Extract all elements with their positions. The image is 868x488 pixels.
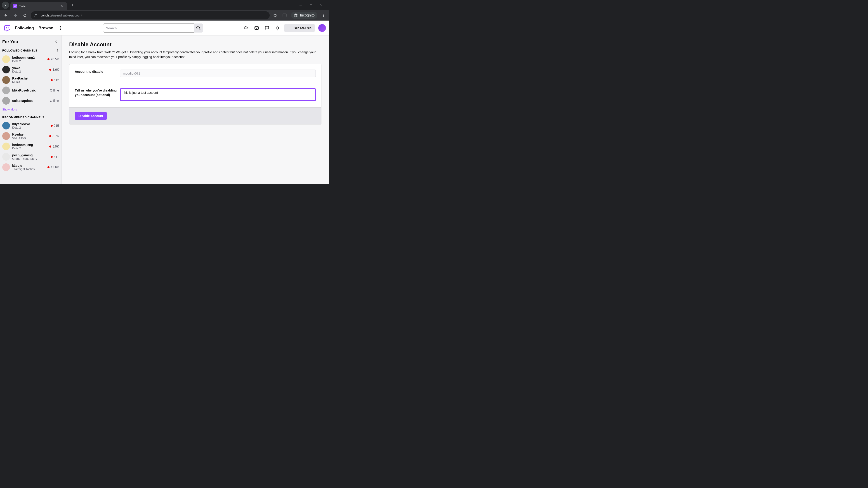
- channel-avatar: [2, 66, 10, 73]
- channel-item[interactable]: kuyanicwxc Dota 2 215: [2, 121, 59, 131]
- channel-avatar: [2, 132, 10, 140]
- browser-menu-button[interactable]: [320, 12, 327, 19]
- channel-viewers: 8.9K: [49, 144, 59, 148]
- get-ad-free-button[interactable]: Get Ad-Free: [284, 24, 315, 32]
- disable-form: Account to disable Tell us why you're di…: [69, 64, 321, 125]
- prime-icon[interactable]: [243, 25, 250, 31]
- channel-item[interactable]: betboom_eng Dota 2 8.9K: [2, 141, 59, 152]
- channel-item[interactable]: MikaRoseMusic Offline: [2, 85, 59, 96]
- reason-textarea[interactable]: [120, 88, 316, 101]
- channel-info: pech_gaming Grand Theft Auto V: [12, 153, 49, 160]
- channel-item[interactable]: solapsapdota Offline: [2, 96, 59, 106]
- channel-game: Dota 2: [12, 126, 49, 129]
- channel-avatar: [2, 163, 10, 171]
- address-bar[interactable]: twitch.tv/user/disable-account: [31, 11, 270, 20]
- channel-info: RayRachel Music: [12, 76, 49, 84]
- incognito-indicator[interactable]: Incognito: [291, 12, 317, 19]
- channel-viewers: 1.6K: [49, 68, 59, 71]
- site-info-button[interactable]: [34, 13, 38, 18]
- account-label: Account to disable: [75, 70, 120, 77]
- followed-channels-header: FOLLOWED CHANNELS: [2, 49, 37, 52]
- channel-info: kuyanicwxc Dota 2: [12, 122, 49, 129]
- incognito-icon: [293, 13, 298, 18]
- header-icons: Get Ad-Free: [243, 24, 326, 32]
- whispers-icon[interactable]: [264, 25, 270, 31]
- bookmark-button[interactable]: [272, 12, 278, 19]
- twitch-header: Following Browse Get Ad-Free: [0, 21, 329, 35]
- channel-info: yowe Dota 2: [12, 66, 47, 73]
- search-input[interactable]: [103, 24, 194, 33]
- reason-label: Tell us why you're disabling your accoun…: [75, 88, 120, 102]
- svg-rect-3: [283, 14, 286, 17]
- svg-rect-1: [310, 4, 312, 6]
- channel-game: Teamfight Tactics: [12, 167, 45, 171]
- twitch-logo[interactable]: [3, 24, 10, 32]
- channel-game: Music: [12, 80, 49, 84]
- twitch-app: Following Browse Get Ad-Free For You: [0, 21, 329, 184]
- show-more-link[interactable]: Show More: [2, 106, 59, 114]
- live-dot-icon: [48, 58, 50, 60]
- minimize-button[interactable]: [298, 2, 303, 8]
- channel-viewers: 8.7K: [49, 134, 59, 138]
- sidebar: For You FOLLOWED CHANNELS betboom_eng2 D…: [0, 35, 61, 184]
- browser-tab[interactable]: Twitch ✕: [10, 2, 67, 10]
- channel-avatar: [2, 122, 10, 129]
- new-tab-button[interactable]: +: [69, 2, 75, 8]
- more-menu-button[interactable]: [58, 25, 63, 31]
- channel-avatar: [2, 55, 10, 63]
- tab-search-button[interactable]: [2, 2, 9, 9]
- user-avatar[interactable]: [318, 24, 326, 32]
- back-button[interactable]: [2, 12, 9, 19]
- channel-item[interactable]: Kyedae VALORANT 8.7K: [2, 131, 59, 141]
- reload-button[interactable]: [21, 12, 29, 19]
- tab-close-button[interactable]: ✕: [61, 4, 64, 8]
- collapse-sidebar-button[interactable]: [54, 39, 59, 44]
- channel-avatar: [2, 142, 10, 150]
- channel-name: Kyedae: [12, 133, 47, 136]
- recommended-channels-header: RECOMMENDED CHANNELS: [2, 116, 44, 119]
- live-dot-icon: [49, 145, 51, 148]
- nav-browse[interactable]: Browse: [38, 26, 53, 31]
- svg-point-2: [34, 16, 35, 17]
- channel-viewers: 811: [51, 155, 59, 159]
- maximize-button[interactable]: [308, 2, 314, 8]
- channel-avatar: [2, 97, 10, 105]
- channel-avatar: [2, 87, 10, 94]
- svg-rect-13: [255, 27, 258, 30]
- channel-item[interactable]: betboom_eng2 Dota 2 20.5K: [2, 54, 59, 64]
- sort-button[interactable]: [55, 48, 59, 53]
- svg-point-8: [60, 26, 61, 27]
- browser-toolbar: twitch.tv/user/disable-account Incognito: [0, 10, 329, 21]
- search-button[interactable]: [194, 24, 203, 33]
- channel-info: MikaRoseMusic: [12, 89, 48, 92]
- channel-info: betboom_eng Dota 2: [12, 143, 47, 150]
- inbox-icon[interactable]: [253, 25, 260, 31]
- channel-name: betboom_eng2: [12, 56, 45, 59]
- channel-item[interactable]: yowe Dota 2 1.6K: [2, 64, 59, 75]
- channel-info: solapsapdota: [12, 99, 48, 103]
- live-dot-icon: [48, 166, 50, 168]
- search-icon: [196, 26, 201, 31]
- ad-free-icon: [287, 26, 291, 30]
- side-panel-button[interactable]: [281, 12, 288, 19]
- bits-icon[interactable]: [274, 25, 281, 31]
- page-title: Disable Account: [69, 41, 321, 48]
- forward-button[interactable]: [12, 12, 19, 19]
- twitch-body: For You FOLLOWED CHANNELS betboom_eng2 D…: [0, 35, 329, 184]
- channel-item[interactable]: RayRachel Music 612: [2, 75, 59, 85]
- svg-line-12: [199, 29, 200, 30]
- channel-game: VALORANT: [12, 136, 47, 140]
- page-description: Looking for a break from Twitch? We get …: [69, 50, 321, 59]
- close-window-button[interactable]: [319, 2, 324, 8]
- svg-rect-14: [288, 27, 291, 29]
- channel-offline: Offline: [50, 89, 59, 92]
- svg-point-10: [60, 29, 61, 30]
- channel-name: MikaRoseMusic: [12, 89, 48, 92]
- nav-following[interactable]: Following: [15, 26, 34, 31]
- channel-avatar: [2, 153, 10, 161]
- channel-item[interactable]: pech_gaming Grand Theft Auto V 811: [2, 152, 59, 162]
- channel-name: betboom_eng: [12, 143, 47, 147]
- channel-item[interactable]: k3soju Teamfight Tactics 19.6K: [2, 162, 59, 172]
- disable-account-button[interactable]: Disable Account: [75, 112, 107, 120]
- channel-name: solapsapdota: [12, 99, 48, 103]
